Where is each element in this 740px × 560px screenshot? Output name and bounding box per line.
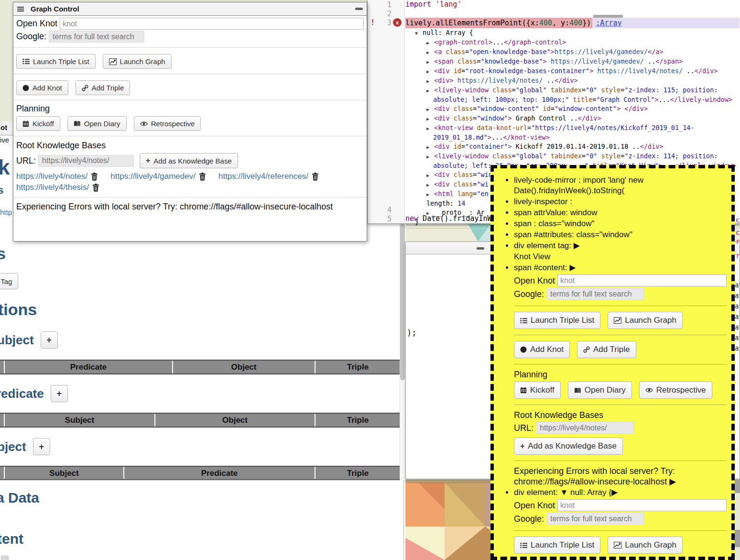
window-titlebar[interactable]: Graph Control	[13, 2, 367, 16]
add-object-button[interactable]: +	[33, 438, 50, 455]
expand-arrow-icon[interactable]: ▶	[426, 86, 434, 95]
code-line-1[interactable]: import 'lang'	[405, 0, 461, 9]
expand-arrow-icon[interactable]: ▶	[426, 57, 434, 66]
table-header-cell: Subject	[4, 467, 123, 480]
expand-arrow-icon[interactable]: ▶	[426, 114, 434, 123]
kb-link[interactable]: https://lively4/thesis/	[16, 183, 89, 192]
window-menu-icon[interactable]	[17, 6, 24, 12]
inspector-line[interactable]: ▶<div class="window"> Graph Control ..</…	[405, 114, 740, 123]
google-search-input[interactable]	[49, 31, 144, 43]
kb-link[interactable]: https://lively4/gamedev/	[110, 172, 196, 181]
inspector-line[interactable]: ▶<knot-view data-knot-url="https://livel…	[405, 123, 740, 133]
expand-arrow-icon[interactable]: ▶	[426, 124, 434, 133]
inspector-line[interactable]: ▶<span class="knowledge-base"> https://l…	[405, 57, 740, 66]
expand-arrow-icon[interactable]: ▶	[426, 171, 434, 180]
launch-graph-button[interactable]: Launch Graph	[103, 54, 172, 69]
kb-link[interactable]: https://lively4/notes/	[16, 172, 87, 181]
launch-triple-list-button[interactable]: Launch Triple List	[514, 312, 600, 329]
open-knot-input[interactable]	[557, 275, 727, 286]
add-knot-button[interactable]: Add Knot	[514, 341, 570, 358]
tooltip-item-div-element-tag[interactable]: div element tag: ▶ Knot View	[514, 241, 727, 262]
open-diary-button[interactable]: Open Diary	[67, 116, 127, 131]
add-knot-button[interactable]: Add Knot	[16, 80, 68, 95]
tooltip-item[interactable]: span attrValue: window	[514, 208, 727, 218]
expand-arrow-icon[interactable]: ▶	[426, 48, 434, 57]
trash-icon[interactable]	[92, 184, 99, 192]
add-predicate-button[interactable]: +	[51, 385, 68, 402]
expand-arrow-icon[interactable]: ▼	[415, 29, 423, 38]
inspector-line[interactable]: 2019_01_18.md">...</knot-view>	[405, 133, 740, 142]
launch-triple-list-button[interactable]: Launch Triple List	[514, 537, 600, 554]
book-icon	[74, 121, 81, 127]
add-subject-button[interactable]: +	[41, 331, 58, 349]
tooltip-item[interactable]: lively-inspector :	[514, 197, 727, 207]
expand-arrow-icon[interactable]: ▶	[426, 105, 434, 114]
editor-gutter[interactable]: 1 2 3 4 5 ! x	[368, 0, 405, 223]
trash-icon[interactable]	[91, 173, 98, 181]
add-triple-button[interactable]: Add Triple	[577, 341, 636, 358]
inspector-line[interactable]: ▶<graph-control>...</graph-control>	[405, 38, 740, 47]
inspector-line[interactable]: absolute; left: 100px; top: 100px;" titl…	[405, 95, 740, 104]
retrospective-button[interactable]: Retrospective	[134, 116, 201, 131]
open-knot-input[interactable]	[60, 18, 364, 30]
inspector-line[interactable]: ▶<a class="open-knowledge-base">https://…	[405, 47, 740, 57]
text-fragment: at	[735, 281, 740, 289]
trash-icon[interactable]	[312, 173, 319, 181]
screen: ot V ive k s http s d Tag tions ubject +…	[0, 0, 740, 560]
expand-arrow-icon[interactable]: ▶	[426, 180, 434, 189]
button-fragment[interactable]	[1, 556, 9, 560]
tooltip-item[interactable]: lively-code-mirror : import 'lang' new D…	[514, 175, 727, 196]
retrospective-button[interactable]: Retrospective	[639, 382, 712, 399]
launch-graph-button[interactable]: Launch Graph	[608, 312, 683, 329]
result-annotation: :Array	[592, 18, 740, 28]
tooltip-item-span-content[interactable]: span #content: ▶ Open Knot Google:	[514, 263, 727, 487]
add-triple-button[interactable]: Add Triple	[76, 80, 131, 95]
content-heading-fragment: tent	[0, 531, 23, 547]
inspector-line[interactable]: ▶<div> https://lively4/notes/ ..</div>	[405, 76, 740, 86]
heading-fragment-s2: s	[0, 244, 6, 263]
error-mark: !	[370, 18, 375, 27]
add-tag-button-fragment[interactable]: d Tag	[0, 273, 18, 289]
heading-fragment-k: k	[0, 155, 10, 179]
open-knot-input[interactable]	[557, 499, 727, 511]
code-line-5[interactable]: new Date().fridayInW	[405, 214, 492, 223]
inspector-line[interactable]: ▶<lively-window class="global" tabindex=…	[405, 86, 740, 95]
tooltip-item[interactable]: span : class="window"	[514, 219, 727, 229]
google-search-input[interactable]	[546, 513, 644, 525]
expand-arrow-icon[interactable]: ▶	[426, 152, 434, 161]
kb-url-input[interactable]	[536, 422, 634, 434]
open-diary-button[interactable]: Open Diary	[568, 382, 632, 399]
background-link-fragment[interactable]: ive	[0, 136, 9, 144]
inspector-line[interactable]: ▼null: Array {	[405, 28, 740, 38]
expand-arrow-icon[interactable]: ▶	[426, 190, 434, 199]
tooltip-item[interactable]: span #attributes: class="window"	[514, 230, 727, 240]
add-knowledge-base-button[interactable]: + Add as Knowledge Base	[514, 438, 623, 455]
expand-arrow-icon[interactable]: ▶	[426, 67, 434, 76]
launch-graph-button[interactable]: Launch Graph	[608, 537, 683, 554]
link-fragment-http[interactable]: http	[0, 208, 12, 216]
page-scrollbar-thumb[interactable]	[400, 224, 405, 380]
minimize-icon[interactable]	[477, 247, 484, 250]
kb-url-input[interactable]	[38, 155, 134, 167]
inspector-line[interactable]: ▶<div id="container"> Kickoff 2019.01.14…	[405, 142, 740, 152]
kb-link[interactable]: https://lively4/references/	[218, 172, 308, 181]
inspector-line[interactable]: ▶<div id="root-knowledge-bases-container…	[405, 66, 740, 76]
kickoff-button[interactable]: Kickoff	[514, 382, 561, 399]
book-icon	[574, 387, 581, 394]
array-annotation-link[interactable]: :Array	[596, 19, 621, 27]
kickoff-button[interactable]: Kickoff	[16, 116, 60, 131]
table-header-cell: Object	[154, 414, 315, 427]
launch-triple-list-button[interactable]: Launch Triple List	[16, 54, 96, 69]
add-knowledge-base-button[interactable]: + Add as Knowledge Base	[140, 153, 238, 168]
inspector-line[interactable]: ▶<lively-window class="global" tabindex=…	[405, 152, 740, 161]
code-line-3[interactable]: lively.allElementsFromPoint({x:400, y:40…	[405, 18, 740, 28]
google-search-input[interactable]	[546, 288, 644, 300]
inspector-line[interactable]: ▶<div class="window-content" id="window-…	[405, 104, 740, 114]
trash-icon[interactable]	[199, 173, 206, 181]
error-badge-icon[interactable]: x	[393, 18, 402, 27]
expand-arrow-icon[interactable]: ▶	[426, 77, 434, 86]
minimize-icon[interactable]	[355, 8, 363, 10]
expand-arrow-icon[interactable]: ▶	[426, 143, 434, 152]
tooltip-item-div-element-array[interactable]: div element: ▼ null: Array {▶ Open Knot …	[514, 487, 727, 560]
expand-arrow-icon[interactable]: ▶	[426, 38, 434, 47]
